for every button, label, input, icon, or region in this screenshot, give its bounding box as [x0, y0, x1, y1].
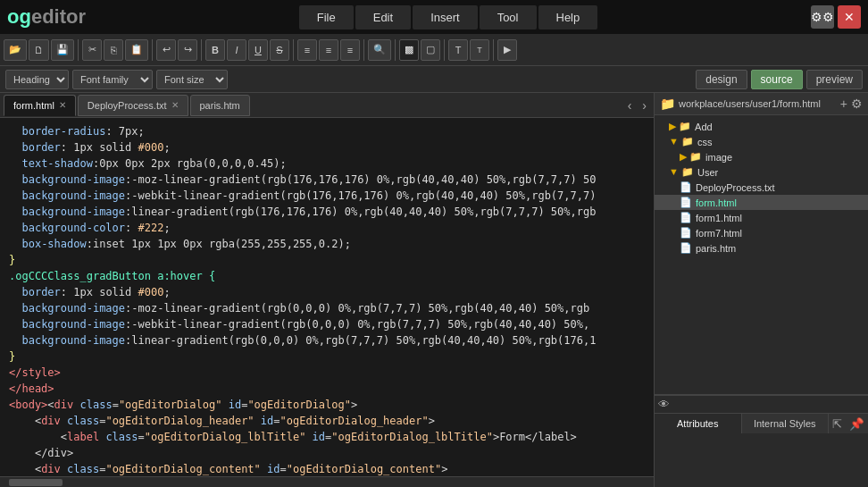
- tab-close-deploy[interactable]: ✕: [171, 100, 179, 110]
- tab-bar: form.html ✕ DeployProcess.txt ✕ paris.ht…: [0, 93, 654, 118]
- horizontal-scrollbar[interactable]: [0, 476, 654, 487]
- tree-item-add[interactable]: ▶ 📁 Add: [655, 119, 868, 134]
- tb-save-btn[interactable]: 💾: [51, 39, 74, 61]
- logo-editor: editor: [31, 5, 86, 28]
- code-line: background-image: [9, 206, 125, 218]
- tb-new-btn[interactable]: 🗋: [29, 39, 49, 61]
- tab-paris[interactable]: paris.htm: [190, 95, 250, 116]
- tree-expand-btn[interactable]: +: [840, 97, 847, 111]
- tb-open-btn[interactable]: 📂: [4, 39, 27, 61]
- panel-tab-internal-styles[interactable]: Internal Styles: [742, 414, 830, 433]
- panel-pin-btn[interactable]: 📌: [846, 414, 868, 433]
- panel-content: [655, 433, 868, 487]
- tb-copy-btn[interactable]: ⎘: [104, 39, 123, 61]
- tree-item-image[interactable]: ▶ 📁 image: [655, 149, 868, 164]
- tb-align-center-btn[interactable]: ≡: [319, 39, 338, 61]
- code-line: background-image: [9, 334, 125, 347]
- source-btn[interactable]: source: [751, 70, 803, 89]
- toolbar: 📂 🗋 💾 ✂ ⎘ 📋 ↩ ↪ B I U S ≡ ≡ ≡ 🔍 ▩ ▢ T T …: [0, 34, 868, 66]
- app-logo: ogeditor: [7, 5, 86, 29]
- menu-file[interactable]: File: [299, 5, 354, 29]
- tb-paste-btn[interactable]: 📋: [125, 39, 148, 61]
- tree-settings-btn[interactable]: ⚙: [851, 97, 863, 111]
- tree-item-deploy[interactable]: 📄 DeployProcess.txt: [655, 180, 868, 195]
- code-editor[interactable]: border-radius: 7px; border: 1px solid #0…: [0, 118, 654, 476]
- folder-icon-css: ▼ 📁: [669, 136, 694, 147]
- heading-select[interactable]: Heading: [5, 70, 69, 89]
- tab-form-html[interactable]: form.html ✕: [4, 95, 76, 116]
- settings-button[interactable]: ⚙⚙: [811, 5, 834, 29]
- panel-eye-icon: 👁: [658, 398, 670, 411]
- code-line: .ogCCCClass_gradButton a:hover {: [9, 270, 215, 282]
- tb-sep7: [444, 39, 445, 61]
- tb-run-btn[interactable]: ▶: [497, 39, 517, 61]
- tb-sep1: [78, 39, 79, 61]
- tree-item-form1[interactable]: 📄 form1.html: [655, 210, 868, 225]
- tree-label-form7: form7.html: [696, 228, 742, 239]
- tb-cut-btn[interactable]: ✂: [82, 39, 102, 61]
- tab-close-form-html[interactable]: ✕: [59, 100, 66, 110]
- tb-sep3: [201, 39, 202, 61]
- tb-strike-btn[interactable]: S: [270, 39, 289, 61]
- tb-fg-btn[interactable]: ▢: [421, 39, 440, 61]
- file-tree-header: 📁 workplace/users/user1/form.html + ⚙: [655, 93, 868, 115]
- file-icon-form-html: 📄: [680, 197, 692, 208]
- menu-help[interactable]: Help: [538, 5, 598, 29]
- tree-item-form7[interactable]: 📄 form7.html: [655, 225, 868, 240]
- tb-redo-btn[interactable]: ↪: [178, 39, 197, 61]
- format-bar: Heading Font family Font size design sou…: [0, 66, 868, 93]
- file-icon-form7: 📄: [680, 227, 692, 239]
- tree-label-paris: paris.htm: [696, 243, 736, 254]
- file-path: workplace/users/user1/form.html: [679, 98, 837, 109]
- panel-expand-btn[interactable]: ⇱: [829, 414, 846, 433]
- tree-label-user: User: [697, 167, 718, 178]
- tree-label-add: Add: [695, 122, 713, 132]
- tb-bg-btn[interactable]: ▩: [399, 39, 419, 61]
- code-line: background-color: [9, 222, 125, 234]
- tree-item-user[interactable]: ▼ 📁 User: [655, 164, 868, 180]
- tb-italic-btn[interactable]: I: [227, 39, 246, 61]
- tb-undo-btn[interactable]: ↩: [156, 39, 176, 61]
- tree-item-css[interactable]: ▼ 📁 css: [655, 134, 868, 149]
- panel-tabs: Attributes Internal Styles ⇱ 📌: [655, 414, 868, 433]
- design-btn[interactable]: design: [696, 70, 747, 89]
- preview-btn[interactable]: preview: [806, 70, 863, 89]
- tb-search-btn[interactable]: 🔍: [368, 39, 391, 61]
- menu-insert[interactable]: Insert: [413, 5, 478, 29]
- file-icon-deploy: 📄: [680, 181, 692, 193]
- font-size-select[interactable]: Font size: [156, 70, 228, 89]
- tb-underline-btn[interactable]: U: [248, 39, 268, 61]
- menu-tool[interactable]: Tool: [480, 5, 537, 29]
- editor-area: form.html ✕ DeployProcess.txt ✕ paris.ht…: [0, 93, 654, 487]
- code-line: </head>: [9, 382, 54, 395]
- tb-sep8: [493, 39, 494, 61]
- code-line: </div>: [9, 447, 73, 459]
- code-line: border: [9, 286, 61, 298]
- tb-bold-btn[interactable]: B: [205, 39, 225, 61]
- main-layout: form.html ✕ DeployProcess.txt ✕ paris.ht…: [0, 93, 868, 487]
- tree-item-form-html[interactable]: 📄 form.html: [655, 195, 868, 210]
- close-button[interactable]: ✕: [838, 5, 861, 29]
- font-family-select[interactable]: Font family: [72, 70, 153, 89]
- tree-item-paris[interactable]: 📄 paris.htm: [655, 240, 868, 256]
- h-scroll-thumb[interactable]: [9, 479, 63, 486]
- menu-edit[interactable]: Edit: [355, 5, 411, 29]
- code-line: </style>: [9, 366, 61, 379]
- tab-nav-left[interactable]: ‹: [624, 98, 636, 113]
- code-line: <: [9, 431, 67, 443]
- folder-icon-image: ▶ 📁: [680, 151, 702, 163]
- tb-text-sm-btn[interactable]: T: [470, 39, 489, 61]
- code-line: border-radius: [9, 125, 105, 138]
- tb-align-left-btn[interactable]: ≡: [297, 39, 317, 61]
- panel-tab-attributes[interactable]: Attributes: [655, 414, 742, 433]
- code-line: }: [9, 254, 15, 266]
- logo-og: og: [7, 5, 31, 28]
- code-line: box-shadow: [9, 238, 87, 250]
- tb-text-sz-btn[interactable]: T: [448, 39, 468, 61]
- tree-label-css: css: [697, 137, 713, 147]
- tb-align-right-btn[interactable]: ≡: [340, 39, 360, 61]
- folder-icon-user: ▼ 📁: [669, 166, 694, 178]
- tab-nav-right[interactable]: ›: [638, 98, 650, 113]
- panel-bottom: 👁 Attributes Internal Styles ⇱ 📌: [655, 394, 868, 487]
- tab-deploy-process[interactable]: DeployProcess.txt ✕: [78, 95, 188, 116]
